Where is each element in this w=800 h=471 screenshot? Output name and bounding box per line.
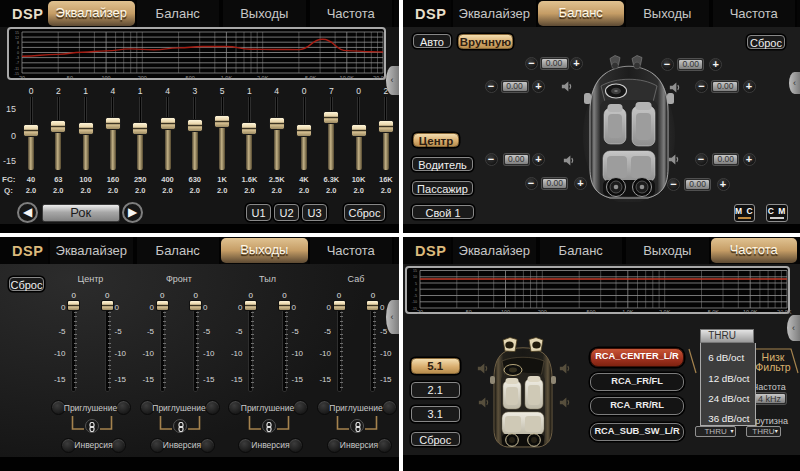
svg-text:10: 10 bbox=[413, 275, 417, 279]
svg-text:20.0K: 20.0K bbox=[777, 309, 792, 315]
svg-text:0: 0 bbox=[415, 288, 417, 292]
svg-text:100: 100 bbox=[102, 75, 111, 81]
svg-text:-5: -5 bbox=[414, 294, 417, 298]
svg-text:500: 500 bbox=[186, 75, 195, 81]
svg-text:2.0K: 2.0K bbox=[659, 309, 671, 315]
svg-text:15: 15 bbox=[15, 31, 19, 35]
svg-text:-3: -3 bbox=[16, 56, 19, 60]
svg-text:100: 100 bbox=[501, 309, 510, 315]
svg-text:1.0K: 1.0K bbox=[622, 309, 634, 315]
svg-text:8: 8 bbox=[17, 41, 19, 45]
svg-text:15: 15 bbox=[413, 269, 417, 273]
svg-text:20: 20 bbox=[417, 309, 423, 315]
svg-text:5: 5 bbox=[415, 282, 417, 286]
svg-text:5.0K: 5.0K bbox=[305, 75, 317, 81]
svg-text:20: 20 bbox=[19, 75, 25, 81]
svg-text:-10: -10 bbox=[412, 300, 417, 304]
svg-text:4: 4 bbox=[17, 46, 19, 50]
svg-text:10.0K: 10.0K bbox=[340, 75, 355, 81]
svg-text:5.0K: 5.0K bbox=[708, 309, 720, 315]
svg-text:200: 200 bbox=[138, 75, 147, 81]
svg-text:12: 12 bbox=[15, 36, 19, 40]
svg-text:50: 50 bbox=[466, 309, 472, 315]
svg-text:-11: -11 bbox=[14, 67, 19, 71]
svg-text:1.0K: 1.0K bbox=[221, 75, 233, 81]
svg-text:500: 500 bbox=[586, 309, 595, 315]
svg-text:200: 200 bbox=[538, 309, 547, 315]
svg-text:50: 50 bbox=[67, 75, 73, 81]
svg-text:10.0K: 10.0K bbox=[743, 309, 758, 315]
svg-text:0: 0 bbox=[17, 51, 19, 55]
svg-text:-7: -7 bbox=[16, 61, 19, 65]
svg-text:2.0K: 2.0K bbox=[257, 75, 269, 81]
